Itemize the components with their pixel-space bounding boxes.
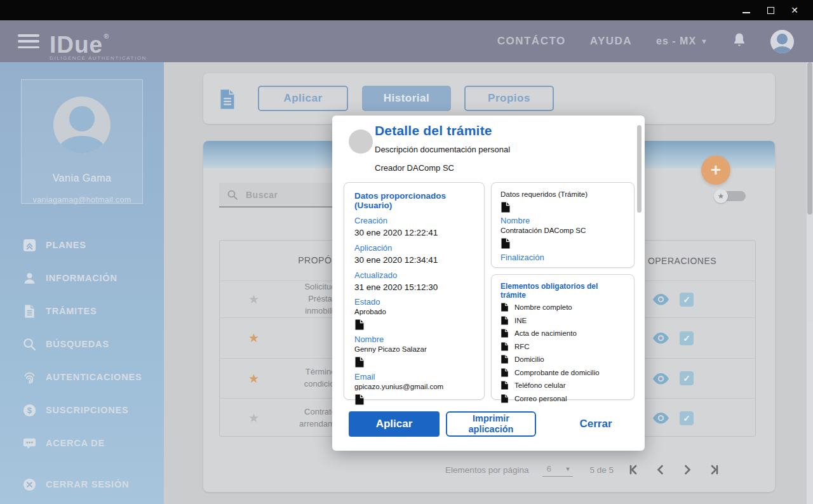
tramite-avatar [349, 129, 373, 154]
field-label: Aplicación [354, 243, 474, 253]
list-item: Domicilio [501, 353, 625, 366]
doc-icon [501, 303, 509, 312]
field-label: Estado [354, 297, 474, 307]
doc-icon [501, 342, 509, 351]
attachment-doc-icon[interactable] [354, 357, 365, 368]
cerrar-button[interactable]: Cerrar [561, 411, 631, 437]
attachment-doc-icon[interactable] [501, 238, 511, 249]
aplicar-button[interactable]: Aplicar [349, 411, 440, 437]
panel-datos-usuario: Datos proporcionados (Usuario) Creación … [344, 182, 485, 400]
attachment-doc-icon[interactable] [501, 202, 511, 213]
field-value: gpicazo.yunius@gmail.com [354, 383, 474, 390]
field-label: Nombre [501, 216, 625, 225]
window-titlebar: ✕ [0, 0, 813, 20]
doc-icon [501, 355, 509, 364]
minimize-icon[interactable] [737, 2, 756, 18]
modal-title: Detalle del trámite [375, 123, 492, 138]
panel-title: Datos requeridos (Trámite) [501, 190, 625, 198]
modal-description: Descripción documentación personal [375, 145, 510, 154]
doc-icon [501, 316, 509, 325]
field-label: Email [354, 372, 474, 381]
field-value: Genny Picazo Salazar [354, 345, 474, 353]
modal-scrollbar-thumb[interactable] [637, 125, 642, 213]
doc-icon [501, 368, 509, 377]
modal-creator: Creador DAComp SC [375, 163, 454, 173]
list-item: Nombre completo [501, 301, 625, 314]
list-item: Comprobante de domicilio [501, 366, 625, 380]
doc-icon [501, 329, 509, 338]
maximize-icon[interactable] [761, 2, 780, 18]
attachment-doc-icon[interactable] [354, 394, 365, 405]
panel-elementos-obligatorios: Elementos obligatorios del trámite Nombr… [491, 274, 635, 400]
field-value: 30 ene 2020 12:22:41 [354, 228, 474, 237]
list-item: INE [501, 314, 625, 328]
list-item: RFC [501, 340, 625, 354]
panel-title: Datos proporcionados (Usuario) [354, 191, 474, 210]
field-value: Contratación DAComp SC [501, 227, 625, 234]
panel-title: Elementos obligatorios del trámite [501, 282, 625, 300]
field-value: Aprobado [354, 308, 474, 315]
field-label: Nombre [354, 335, 474, 344]
attachment-doc-icon[interactable] [354, 319, 365, 330]
panel-datos-requeridos: Datos requeridos (Trámite) Nombre Contra… [491, 182, 635, 268]
field-label: Finalización [501, 253, 625, 262]
field-label: Creación [354, 216, 474, 225]
field-label: Actualizado [354, 270, 474, 280]
list-item: Correo personal [501, 392, 625, 406]
field-value: 31 ene 2020 15:12:30 [354, 282, 474, 292]
detail-modal: Detalle del trámite Descripción document… [332, 116, 645, 451]
imprimir-aplicacion-button[interactable]: Imprimir aplicación [446, 411, 536, 437]
doc-icon [501, 381, 509, 390]
list-item: Teléfono celular [501, 379, 625, 392]
doc-icon [501, 394, 509, 403]
list-item: Acta de nacimiento [501, 327, 625, 340]
field-value: 30 ene 2020 12:34:41 [354, 255, 474, 265]
close-icon[interactable]: ✕ [785, 2, 804, 18]
